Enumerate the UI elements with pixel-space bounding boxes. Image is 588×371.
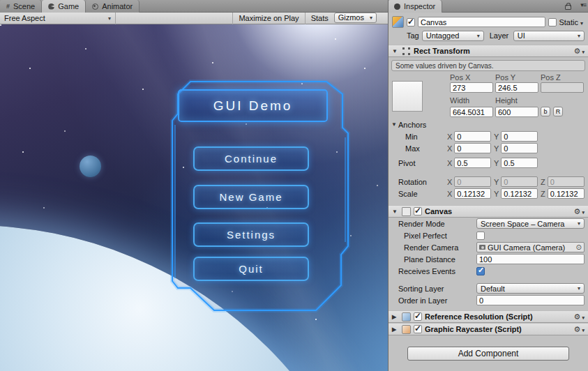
raw-edit-button[interactable]: R: [553, 107, 563, 116]
pivot-x-field[interactable]: 0.5: [454, 158, 491, 168]
gear-dropdown-icon[interactable]: [582, 325, 585, 333]
plane-distance-field[interactable]: 100: [476, 254, 585, 264]
width-label: Width: [450, 96, 493, 104]
anchors-min-row: Min X 0 Y 0: [389, 130, 588, 142]
layer-dropdown[interactable]: UI: [513, 31, 585, 41]
gear-icon[interactable]: [574, 325, 581, 334]
graphic-raycaster-header[interactable]: Graphic Raycaster (Script): [389, 323, 588, 335]
stats-button[interactable]: Stats: [305, 13, 334, 24]
gear-icon[interactable]: [574, 312, 581, 321]
gear-icon[interactable]: [574, 207, 581, 216]
height-field[interactable]: 600: [495, 107, 538, 117]
tab-scene[interactable]: Scene: [0, 0, 42, 13]
graphic-raycaster-enabled-checkbox[interactable]: [414, 325, 422, 333]
gear-dropdown-icon[interactable]: [582, 47, 585, 55]
scale-label: Scale: [398, 190, 447, 198]
anchor-max-x-field[interactable]: 0: [454, 143, 491, 153]
z-axis-label: Z: [541, 190, 545, 198]
game-toolbar: Free Aspect Maximize on Play Stats Gizmo…: [0, 13, 388, 24]
pos-y-field[interactable]: 246.5: [495, 82, 538, 93]
gear-dropdown-icon[interactable]: [582, 207, 585, 215]
component-settings[interactable]: [574, 47, 585, 56]
rect-transform-icon: [402, 47, 411, 56]
layer-value: UI: [518, 31, 525, 40]
foldout-icon[interactable]: [392, 326, 399, 333]
maximize-on-play-button[interactable]: Maximize on Play: [232, 13, 304, 24]
foldout-icon[interactable]: [392, 314, 399, 320]
tab-game[interactable]: Game: [42, 0, 86, 13]
scale-z-field[interactable]: 0.12132: [548, 188, 585, 199]
pixel-perfect-checkbox[interactable]: [476, 232, 485, 240]
receives-events-checkbox[interactable]: [476, 267, 485, 275]
scale-y-field[interactable]: 0.12132: [501, 188, 538, 199]
active-checkbox[interactable]: [407, 18, 415, 26]
panel-menu-icon[interactable]: [580, 1, 586, 8]
foldout-icon[interactable]: [392, 209, 399, 215]
canvas-component-icon: [402, 207, 411, 216]
render-mode-row: Render Mode Screen Space – Camera: [389, 218, 588, 229]
scene-icon: [6, 3, 10, 10]
render-mode-label: Render Mode: [398, 220, 476, 228]
animator-icon: [92, 3, 98, 10]
game-view: GUI Demo Continue New Game Settings Quit: [0, 24, 388, 371]
tab-animator[interactable]: Animator: [86, 0, 140, 13]
rect-transform-header[interactable]: Rect Transform: [389, 45, 588, 57]
inspector-tab-strip: Inspector: [388, 0, 588, 13]
moon: [80, 156, 101, 177]
anchor-min-y-field[interactable]: 0: [501, 131, 538, 142]
tab-inspector[interactable]: Inspector: [388, 0, 442, 13]
new-game-button[interactable]: New Game: [193, 185, 309, 209]
order-in-layer-label: Order in Layer: [398, 296, 476, 305]
render-camera-object-field[interactable]: GUI Camera (Camera): [476, 242, 585, 252]
order-in-layer-field[interactable]: 0: [476, 295, 585, 305]
canvas-component-header[interactable]: Canvas: [389, 205, 588, 218]
settings-button[interactable]: Settings: [193, 222, 309, 247]
gear-icon[interactable]: [574, 47, 581, 56]
scale-x-field[interactable]: 0.12132: [454, 188, 491, 199]
receives-events-label: Receives Events: [398, 267, 476, 275]
width-field[interactable]: 664.5031: [450, 107, 493, 117]
continue-button[interactable]: Continue: [193, 146, 309, 171]
static-dropdown-icon[interactable]: [580, 18, 583, 26]
pivot-y-field[interactable]: 0.5: [501, 158, 538, 168]
canvas-component-title: Canvas: [425, 207, 452, 215]
anchor-min-x-field[interactable]: 0: [454, 131, 491, 142]
stars: [0, 24, 1, 26]
blueprint-mode-button[interactable]: b: [541, 107, 550, 116]
game-toolbar-right: Maximize on Play Stats Gizmos: [232, 13, 377, 24]
component-settings[interactable]: [574, 207, 585, 216]
anchors-max-row: Max X 0 Y 0: [389, 142, 588, 154]
anchors-foldout-icon[interactable]: [391, 121, 398, 128]
anchor-max-y-field[interactable]: 0: [501, 143, 538, 153]
x-axis-label: X: [447, 132, 452, 141]
component-settings[interactable]: [574, 312, 585, 321]
component-settings[interactable]: [574, 325, 585, 334]
lock-icon[interactable]: [565, 5, 571, 10]
add-component-button[interactable]: Add Component: [407, 347, 569, 361]
foldout-icon[interactable]: [392, 48, 399, 54]
reference-resolution-header[interactable]: Reference Resolution (Script): [389, 310, 588, 323]
aspect-dropdown-label: Free Aspect: [4, 14, 45, 22]
aspect-dropdown[interactable]: Free Aspect: [0, 13, 116, 24]
pivot-label: Pivot: [398, 159, 447, 167]
anchor-preset-button[interactable]: [392, 81, 423, 112]
plane-distance-row: Plane Distance 100: [389, 253, 588, 265]
gizmos-dropdown[interactable]: Gizmos: [334, 13, 377, 23]
rotation-x-field: 0: [454, 176, 491, 187]
name-field[interactable]: Canvas: [418, 17, 545, 27]
pos-x-field[interactable]: 273: [450, 82, 493, 93]
sorting-layer-dropdown[interactable]: Default: [476, 283, 585, 294]
graphic-raycaster-icon: [402, 325, 411, 334]
quit-button[interactable]: Quit: [193, 257, 309, 281]
object-picker-icon[interactable]: [576, 243, 582, 251]
sorting-layer-row: Sorting Layer Default: [389, 282, 588, 294]
reference-resolution-enabled-checkbox[interactable]: [414, 312, 422, 321]
gear-dropdown-icon[interactable]: [582, 312, 585, 321]
static-checkbox[interactable]: [548, 18, 557, 26]
tag-dropdown[interactable]: Untagged: [422, 31, 484, 41]
gameobject-icon: [392, 16, 404, 28]
render-mode-dropdown[interactable]: Screen Space – Camera: [476, 218, 585, 229]
canvas-enabled-checkbox[interactable]: [414, 207, 422, 215]
rotation-row: Rotation X 0 Y 0 Z 0: [389, 176, 588, 188]
static-control[interactable]: Static: [548, 18, 585, 26]
